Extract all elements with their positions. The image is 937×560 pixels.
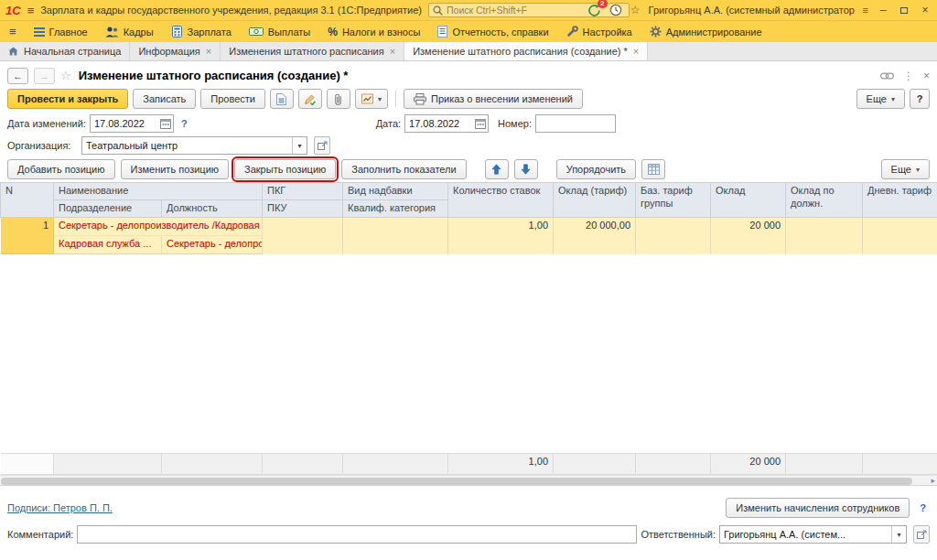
scroll-right-arrow[interactable]: ▸ [931, 476, 935, 486]
salary-tariff-cell[interactable]: 20 000,00 [554, 218, 636, 254]
fill-indicators-button[interactable]: Заполнить показатели [341, 159, 466, 179]
base-tariff-cell[interactable] [636, 218, 711, 254]
main-menu-icon[interactable]: ≡ [27, 4, 35, 17]
section-reports[interactable]: Отчетность, справки [437, 26, 548, 38]
daily-tariff-cell[interactable] [863, 218, 937, 254]
date-field[interactable] [404, 114, 489, 133]
add-favorite-icon[interactable]: ☆ [60, 69, 71, 82]
tab-home[interactable]: Начальная страница [0, 42, 130, 60]
organization-combo[interactable]: Театральный центр ▾ [81, 136, 307, 155]
sign-button[interactable] [298, 89, 322, 109]
change-date-help-icon[interactable]: ? [181, 118, 188, 129]
col-qual[interactable]: Квалиф. категория [343, 200, 448, 218]
add-position-button[interactable]: Добавить позицию [7, 159, 115, 179]
section-payments[interactable]: Выплаты [249, 27, 310, 38]
chevron-down-icon[interactable]: ▾ [891, 526, 906, 543]
salary-cell[interactable]: 20 000 [711, 218, 786, 254]
number-field[interactable] [535, 114, 616, 133]
col-allowance[interactable]: Вид надбавки [343, 183, 448, 200]
favorites-icon[interactable]: ☆ [630, 4, 641, 16]
edit-position-button[interactable]: Изменить позицию [121, 159, 230, 179]
tab-staff-changes-list[interactable]: Изменения штатного расписания × [221, 42, 404, 60]
comment-field[interactable] [77, 525, 637, 544]
close-tab-icon[interactable]: × [390, 46, 395, 57]
row-number-cell[interactable]: 1 [1, 218, 54, 254]
table-row-selected[interactable]: 1 Секретарь - делопроизводитель /Кадрова… [1, 218, 937, 236]
col-salary[interactable]: Оклад [711, 183, 786, 218]
responsible-combo[interactable]: Григорьянц А.А. (систем... ▾ [719, 525, 907, 544]
post-button[interactable]: Провести [200, 89, 265, 109]
sort-button[interactable]: Упорядочить [556, 159, 636, 179]
col-daily-tariff[interactable]: Дневн. тариф [863, 183, 937, 218]
col-rate-count[interactable]: Количество ставок [448, 183, 554, 218]
close-position-button[interactable]: Закрыть позицию [234, 159, 336, 179]
col-base-tariff[interactable]: Баз. тариф группы [636, 183, 711, 218]
chevron-down-icon[interactable]: ▾ [292, 137, 307, 154]
dept-cell[interactable]: Кадровая служба ... [54, 236, 162, 254]
col-pku[interactable]: ПКУ [263, 200, 343, 218]
date-input[interactable] [409, 118, 471, 129]
section-salary[interactable]: Зарплата [171, 26, 232, 38]
col-pkg[interactable]: ПКГ [263, 183, 343, 200]
notifications-icon[interactable]: 2 [587, 4, 601, 17]
salary-pos-cell[interactable] [786, 218, 863, 254]
write-button[interactable]: Записать [133, 89, 196, 109]
open-responsible-button[interactable] [913, 525, 930, 544]
positions-table[interactable]: N Наименование ПКГ Вид надбавки Количест… [0, 182, 937, 475]
section-settings[interactable]: Настройка [566, 26, 632, 38]
close-tab-icon[interactable]: × [206, 46, 211, 57]
calendar-icon[interactable] [160, 118, 171, 131]
order-print-button[interactable]: Приказ о внесении изменений [404, 89, 583, 109]
col-name[interactable]: Наименование [54, 183, 263, 200]
reports-button[interactable]: ▾ [355, 89, 388, 109]
col-n[interactable]: N [1, 183, 54, 218]
allowance-cell[interactable] [343, 218, 448, 254]
accruals-help-icon[interactable]: ? [920, 502, 926, 513]
position-name-cell[interactable]: Секретарь - делопроизводитель /Кадровая … [54, 218, 263, 236]
service-menu-icon[interactable]: ≡ [863, 5, 868, 16]
functions-menu-icon[interactable]: ≡ [9, 25, 16, 38]
open-organization-button[interactable] [314, 136, 330, 155]
scrollbar-thumb[interactable] [1, 478, 912, 485]
move-down-button[interactable] [514, 159, 538, 179]
document-structure-button[interactable] [270, 89, 294, 109]
positions-more-button[interactable]: Еще ▾ [881, 159, 930, 179]
minimize-button[interactable]: – [877, 4, 889, 16]
col-dept[interactable]: Подразделение [54, 200, 162, 218]
tab-staff-change-new[interactable]: Изменение штатного расписания (создание)… [404, 42, 648, 60]
help-button[interactable]: ? [910, 89, 930, 109]
change-date-input[interactable] [94, 118, 156, 129]
more-button[interactable]: Еще ▾ [856, 89, 905, 109]
col-position[interactable]: Должность [162, 200, 263, 218]
back-button[interactable]: ← [7, 68, 28, 84]
rate-count-cell[interactable]: 1,00 [448, 218, 554, 254]
table-empty-area[interactable] [1, 254, 937, 454]
section-taxes[interactable]: % Налоги и взносы [328, 26, 420, 38]
post-and-close-button[interactable]: Провести и закрыть [7, 89, 128, 109]
restore-button[interactable] [898, 4, 910, 16]
attachments-button[interactable] [327, 89, 350, 109]
change-date-field[interactable] [90, 114, 174, 133]
output-list-button[interactable] [641, 159, 665, 179]
forward-button[interactable]: → [34, 68, 55, 84]
close-tab-icon[interactable]: × [633, 46, 639, 57]
col-salary-pos[interactable]: Оклад по должн. [786, 183, 863, 218]
section-personnel[interactable]: Кадры [105, 27, 154, 38]
close-window-button[interactable]: × [919, 4, 932, 16]
history-icon[interactable] [609, 4, 622, 16]
comment-input[interactable] [81, 529, 632, 540]
current-user[interactable]: Григорьянц А.А. (системный администратор… [649, 5, 855, 16]
kebab-menu-icon[interactable]: ⋮ [903, 70, 914, 82]
pkg-cell[interactable] [263, 218, 343, 254]
change-accruals-button[interactable]: Изменить начисления сотрудников [726, 498, 910, 518]
get-link-icon[interactable] [880, 72, 894, 80]
position-cell[interactable]: Секретарь - делопроиз... [162, 236, 263, 254]
calendar-icon[interactable] [475, 118, 486, 131]
col-salary-tariff[interactable]: Оклад (тариф) [554, 183, 636, 218]
close-form-icon[interactable]: × [923, 70, 930, 82]
section-main[interactable]: Главное [34, 27, 88, 38]
tab-information[interactable]: Информация × [130, 42, 221, 60]
number-input[interactable] [540, 118, 611, 129]
horizontal-scrollbar[interactable]: ▸ [0, 475, 937, 486]
move-up-button[interactable] [485, 159, 509, 179]
